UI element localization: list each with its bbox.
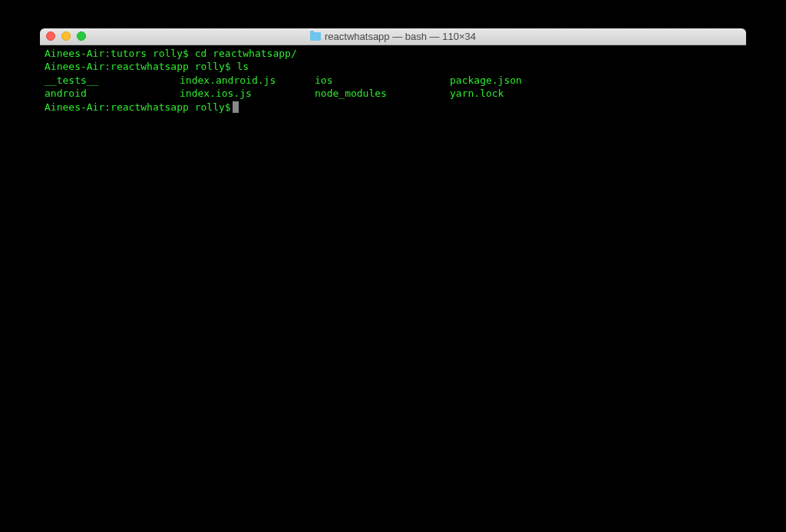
zoom-icon[interactable] xyxy=(77,31,86,41)
traffic-lights xyxy=(46,31,86,41)
ls-item: package.json xyxy=(450,74,585,88)
window-title: reactwhatsapp — bash — 110×34 xyxy=(325,31,476,42)
window-title-container: reactwhatsapp — bash — 110×34 xyxy=(310,31,476,42)
folder-icon xyxy=(310,32,321,41)
terminal-window: reactwhatsapp — bash — 110×34 Ainees-Air… xyxy=(40,28,746,504)
prompt: Ainees-Air:tutors rolly$ xyxy=(45,48,195,59)
current-prompt-line: Ainees-Air:reactwhatsapp rolly$ xyxy=(45,101,741,114)
ls-output: __tests__ index.android.js ios package.j… xyxy=(45,74,741,101)
ls-item: index.ios.js xyxy=(180,87,315,101)
minimize-icon[interactable] xyxy=(61,31,71,41)
terminal-line: Ainees-Air:tutors rolly$ cd reactwhatsap… xyxy=(45,47,741,61)
close-icon[interactable] xyxy=(46,31,55,41)
terminal-body[interactable]: Ainees-Air:tutors rolly$ cd reactwhatsap… xyxy=(40,45,746,504)
ls-item: node_modules xyxy=(315,87,450,101)
ls-item: android xyxy=(45,87,180,101)
ls-item: yarn.lock xyxy=(450,87,585,101)
ls-item: index.android.js xyxy=(180,74,315,88)
ls-item: __tests__ xyxy=(45,74,180,88)
command: cd reactwhatsapp/ xyxy=(195,48,297,59)
command: ls xyxy=(236,61,249,72)
terminal-line: Ainees-Air:reactwhatsapp rolly$ ls xyxy=(45,60,741,74)
titlebar[interactable]: reactwhatsapp — bash — 110×34 xyxy=(40,28,746,45)
cursor xyxy=(233,101,239,113)
prompt: Ainees-Air:reactwhatsapp rolly$ xyxy=(45,61,236,72)
prompt: Ainees-Air:reactwhatsapp rolly$ xyxy=(45,101,231,114)
ls-item: ios xyxy=(315,74,450,88)
